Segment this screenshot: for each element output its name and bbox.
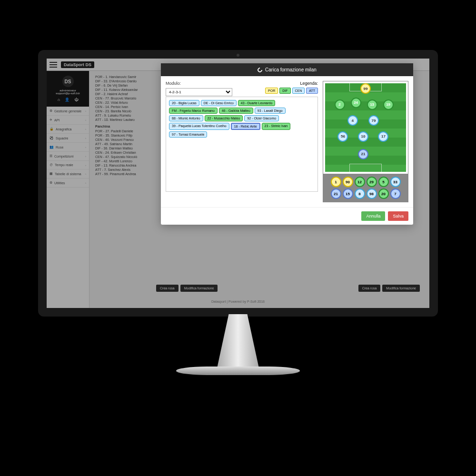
legend-por: POR: [265, 88, 278, 94]
player-chip[interactable]: 18 - Rebic Ante: [231, 123, 260, 130]
player-chip[interactable]: 23 - Strinic Ivan: [262, 123, 291, 130]
pitch-container: 99224131947956101721 1901229533211589820…: [323, 81, 408, 202]
pitch-player[interactable]: 4: [347, 115, 358, 126]
legend-cen: CEN: [292, 88, 305, 94]
legend-dif: DIF: [279, 88, 290, 94]
pitch-player[interactable]: 56: [337, 131, 348, 142]
bench-player[interactable]: 12: [355, 177, 365, 187]
pitch-player[interactable]: 17: [378, 131, 388, 142]
bench-player[interactable]: 90: [343, 177, 353, 187]
cancel-button[interactable]: Annulla: [361, 211, 385, 221]
player-chip[interactable]: 92 - Olzer Giacomo: [244, 115, 279, 121]
pitch-player[interactable]: 99: [360, 83, 371, 94]
bench-player[interactable]: 15: [343, 188, 353, 199]
save-button[interactable]: Salva: [388, 211, 408, 221]
screen: DataSport DS DS administrator support@p-…: [47, 59, 429, 308]
modal-title: Carica formazione milan: [265, 67, 317, 72]
monitor-frame: DataSport DS DS administrator support@p-…: [38, 50, 438, 317]
legenda-label: Legenda:: [265, 81, 318, 86]
bench-player[interactable]: 21: [331, 188, 341, 199]
monitor-base: [176, 367, 300, 375]
player-chip[interactable]: 20 - Biglia Lucas: [169, 100, 199, 106]
bench-strip: 19012295332115898207: [323, 174, 408, 202]
modal-body: Modulo: 4-2-3-1 Legenda: PORDIFCENATT 20…: [161, 76, 413, 207]
bench-player[interactable]: 29: [367, 177, 377, 187]
player-chip[interactable]: 39 - Paquetá Lucas Tolentino Coelho: [169, 123, 229, 130]
modal-header: Carica formazione milan: [161, 63, 413, 76]
player-chip[interactable]: 22 - Musacchio Mateo: [205, 115, 243, 121]
legend-att: ATT: [306, 88, 318, 94]
modal-left: Modulo: 4-2-3-1 Legenda: PORDIFCENATT 20…: [166, 81, 318, 202]
pitch-player[interactable]: 21: [358, 149, 368, 159]
player-chip[interactable]: 93 - Laxalt Diego: [255, 108, 286, 114]
player-chip[interactable]: 88 - Mionic Antonio: [169, 115, 203, 121]
pitch-player[interactable]: 24: [351, 98, 361, 108]
monitor-stand: [207, 314, 269, 371]
player-chip[interactable]: FM - Frigerio Marco Romano: [169, 108, 218, 114]
pitch-player[interactable]: 13: [367, 99, 377, 110]
bench-player[interactable]: 8: [355, 188, 365, 199]
bench-player[interactable]: 98: [367, 188, 377, 199]
modulo-label: Modulo:: [166, 81, 232, 86]
bench-player[interactable]: 5: [378, 177, 389, 187]
player-chip[interactable]: DE - Di Gesù Enrico: [201, 100, 237, 106]
pitch-player[interactable]: 79: [368, 115, 379, 126]
modal-right: 99224131947956101721 1901229533211589820…: [323, 81, 408, 202]
available-players-box: 20 - Biglia LucasDE - Di Gesù Enrico43 -…: [166, 97, 318, 192]
bench-player[interactable]: 33: [390, 177, 401, 187]
bench-player[interactable]: 1: [331, 177, 341, 187]
pitch-player[interactable]: 10: [358, 131, 368, 142]
pitch-player[interactable]: 19: [383, 99, 394, 110]
pitch-player[interactable]: 2: [335, 99, 345, 110]
bench-player[interactable]: 7: [390, 188, 401, 199]
player-chip[interactable]: 46 - Gabbia Matteo: [219, 108, 253, 114]
refresh-icon: [257, 66, 263, 73]
bench-player[interactable]: 20: [378, 188, 389, 199]
player-chip[interactable]: 97 - Torrasi Emanuele: [169, 131, 207, 138]
modulo-select[interactable]: 4-2-3-1: [166, 88, 232, 96]
modal-footer: Annulla Salva: [161, 207, 413, 225]
formation-modal: Carica formazione milan Modulo: 4-2-3-1 …: [161, 63, 413, 225]
pitch-field[interactable]: 99224131947956101721: [324, 82, 407, 173]
player-chip[interactable]: 43 - Duarte Leonardo: [238, 100, 276, 106]
legend-row: PORDIFCENATT: [265, 88, 318, 94]
